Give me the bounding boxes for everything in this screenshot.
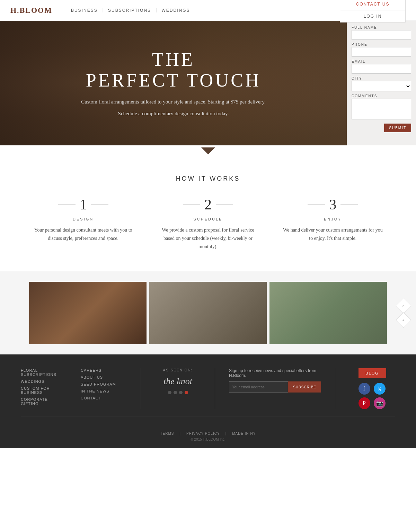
- footer: FLORAL SUBSCRIPTIONS WEDDINGS CUSTOM FOR…: [0, 354, 416, 448]
- email-label: EMAIL: [352, 60, 411, 63]
- gallery-next-button[interactable]: ›: [396, 313, 411, 328]
- nav-weddings[interactable]: WEDDINGS: [157, 8, 195, 13]
- footer-dot-4[interactable]: [185, 391, 188, 394]
- footer-dot-2[interactable]: [174, 391, 177, 394]
- footer-dot-3[interactable]: [179, 391, 183, 394]
- pinterest-icon[interactable]: P: [359, 397, 370, 409]
- footer-link-custom[interactable]: CUSTOM FOR BUSINESS: [21, 386, 67, 395]
- footer-sep-2: |: [225, 432, 227, 435]
- how-it-works-section: HOW IT WORKS 1 DESIGN Your personal desi…: [0, 158, 416, 271]
- hero-arrow-row: [0, 145, 416, 158]
- phone-input[interactable]: [352, 47, 411, 57]
- step-1-line-right: [91, 205, 108, 205]
- footer-divider-3: [335, 368, 335, 409]
- instagram-icon[interactable]: 📷: [374, 397, 386, 409]
- step-3-label: ENJOY: [281, 217, 385, 221]
- footer-sep-1: |: [180, 432, 181, 435]
- step-2-label: SCHEDULE: [156, 217, 260, 221]
- comments-textarea[interactable]: [352, 99, 411, 119]
- email-input[interactable]: [352, 64, 411, 74]
- step-2: 2 SCHEDULE We provide a custom proposal …: [145, 196, 270, 251]
- footer-privacy[interactable]: PRIVACY POLICY: [186, 432, 220, 435]
- hero-subtitle: Custom floral arrangements tailored to y…: [81, 98, 266, 106]
- main-nav: BUSINESS | SUBSCRIPTIONS | WEDDINGS: [66, 8, 195, 13]
- step-3-line-left: [308, 205, 325, 205]
- comments-field-group: COMMENTS: [352, 94, 411, 121]
- twitter-icon[interactable]: 𝕏: [374, 383, 386, 395]
- header: H.BLOOM BUSINESS | SUBSCRIPTIONS | WEDDI…: [0, 0, 416, 21]
- facebook-icon[interactable]: f: [359, 383, 370, 395]
- full-name-label: FULL NAME: [352, 26, 411, 29]
- footer-link-news[interactable]: IN THE NEWS: [81, 389, 127, 393]
- footer-top: FLORAL SUBSCRIPTIONS WEDDINGS CUSTOM FOR…: [21, 368, 395, 416]
- login-button[interactable]: LOG IN: [340, 10, 406, 22]
- submit-button[interactable]: SUBMIT: [384, 124, 411, 132]
- social-icons: f 𝕏 P 📷: [359, 383, 386, 409]
- footer-link-seed[interactable]: SEED PROGRAM: [81, 382, 127, 386]
- footer-link-about[interactable]: ABOUT US: [81, 375, 127, 379]
- footer-seen-on: AS SEEN ON: the knot: [155, 368, 201, 409]
- footer-link-corporate[interactable]: CORPORATE GIFTING: [21, 397, 67, 406]
- gallery-section: ‹ ›: [0, 271, 416, 354]
- footer-dot-1[interactable]: [168, 391, 171, 394]
- step-2-line-right: [216, 205, 233, 205]
- gallery-images: [0, 282, 416, 344]
- footer-link-careers[interactable]: CAREERS: [81, 368, 127, 372]
- step-2-number: 2: [204, 196, 212, 213]
- how-it-works-title: HOW IT WORKS: [21, 175, 395, 182]
- nav-business[interactable]: BUSINESS: [66, 8, 103, 13]
- footer-link-floral[interactable]: FLORAL SUBSCRIPTIONS: [21, 368, 67, 377]
- footer-divider-1: [141, 368, 141, 409]
- footer-copyright: © 2015 H.BLOOM Inc.: [21, 438, 395, 441]
- contact-us-button[interactable]: CONTACT US: [340, 0, 406, 10]
- footer-link-contact[interactable]: CONTACT: [81, 396, 127, 400]
- form-inner: FULL NAME PHONE EMAIL CITY New York Los …: [352, 26, 411, 132]
- phone-label: PHONE: [352, 43, 411, 46]
- full-name-input[interactable]: [352, 30, 411, 40]
- newsletter-row: SUBSCRIBE: [229, 381, 321, 393]
- footer-seen-on-label: AS SEEN ON:: [155, 368, 201, 372]
- footer-col-1: FLORAL SUBSCRIPTIONS WEDDINGS CUSTOM FOR…: [21, 368, 67, 409]
- comments-label: COMMENTS: [352, 94, 411, 98]
- hero-content: THE PERFECT TOUCH Custom floral arrangem…: [0, 21, 347, 145]
- step-1-desc: Your personal design consultant meets wi…: [31, 226, 135, 243]
- hero-cta: Schedule a complimentary design consulta…: [118, 111, 229, 117]
- city-label: CITY: [352, 76, 411, 80]
- step-2-number-row: 2: [156, 196, 260, 213]
- footer-terms[interactable]: TERMS: [160, 432, 174, 435]
- footer-newsletter-text: Sign up to receive news and special offe…: [229, 368, 321, 378]
- footer-bottom: TERMS | PRIVACY POLICY | MADE IN NY © 20…: [21, 427, 395, 441]
- step-3-number-row: 3: [281, 196, 385, 213]
- city-field-group: CITY New York Los Angeles Chicago: [352, 76, 411, 91]
- step-1-label: DESIGN: [31, 217, 135, 221]
- gallery-image-3: [269, 282, 387, 344]
- email-field-group: EMAIL: [352, 60, 411, 74]
- newsletter-email-input[interactable]: [229, 381, 288, 393]
- footer-divider-2: [215, 368, 215, 409]
- step-3-number: 3: [329, 196, 336, 213]
- contact-form-panel: FULL NAME PHONE EMAIL CITY New York Los …: [347, 21, 416, 145]
- step-1-number: 1: [80, 196, 87, 213]
- nav-subscriptions[interactable]: SUBSCRIPTIONS: [103, 8, 156, 13]
- footer-bottom-links: TERMS | PRIVACY POLICY | MADE IN NY: [21, 432, 395, 435]
- header-right: CONTACT US LOG IN: [340, 0, 406, 22]
- steps-container: 1 DESIGN Your personal design consultant…: [21, 196, 395, 251]
- logo[interactable]: H.BLOOM: [10, 6, 52, 15]
- hero-section: THE PERFECT TOUCH Custom floral arrangem…: [0, 21, 416, 145]
- phone-field-group: PHONE: [352, 43, 411, 57]
- hero-title: THE PERFECT TOUCH: [86, 49, 261, 91]
- step-2-line-left: [183, 205, 200, 205]
- blog-button[interactable]: BLOG: [359, 368, 386, 378]
- footer-link-weddings[interactable]: WEDDINGS: [21, 379, 67, 384]
- step-3-line-right: [340, 205, 358, 205]
- footer-made-in[interactable]: MADE IN NY: [232, 432, 256, 435]
- step-3: 3 ENJOY We hand deliver your custom arra…: [271, 196, 395, 251]
- newsletter-subscribe-button[interactable]: SUBSCRIBE: [288, 381, 321, 393]
- gallery-image-1: [29, 282, 147, 344]
- city-select[interactable]: New York Los Angeles Chicago: [352, 81, 411, 91]
- step-1: 1 DESIGN Your personal design consultant…: [21, 196, 145, 251]
- step-1-number-row: 1: [31, 196, 135, 213]
- step-2-desc: We provide a custom proposal for floral …: [156, 226, 260, 251]
- gallery-prev-button[interactable]: ‹: [396, 298, 411, 314]
- step-1-line-left: [58, 205, 76, 205]
